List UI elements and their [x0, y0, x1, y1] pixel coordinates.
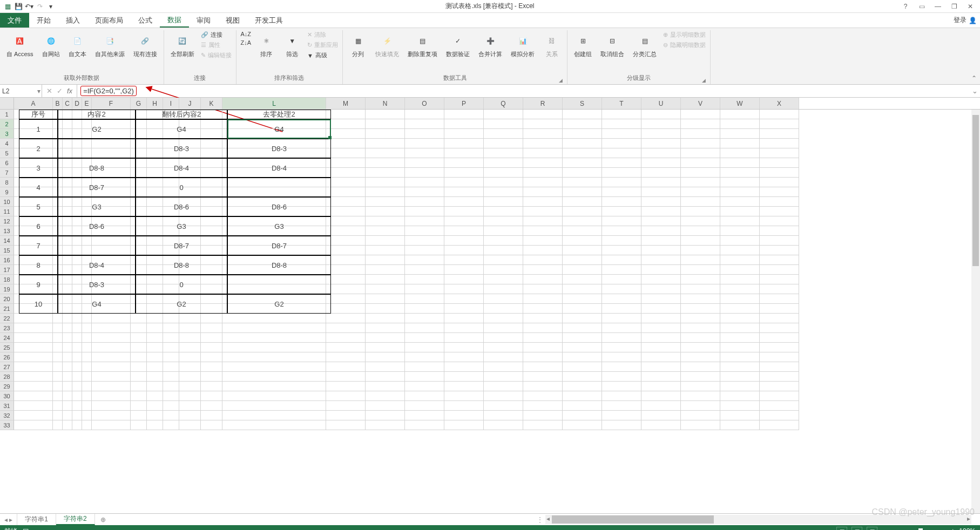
- table-cell[interactable]: D8-3: [227, 139, 331, 158]
- sort-asc-button[interactable]: A↓Z: [240, 30, 253, 38]
- column-header-E[interactable]: E: [82, 98, 92, 109]
- spreadsheet-grid[interactable]: ABCDEFGHIJKLMNOPQRSTUVWX 123456789101112…: [0, 98, 980, 513]
- column-header-O[interactable]: O: [405, 98, 444, 109]
- insert-function-icon[interactable]: fx: [67, 87, 72, 95]
- row-header-6[interactable]: 6: [0, 158, 14, 168]
- row-header-11[interactable]: 11: [0, 207, 14, 216]
- table-cell[interactable]: D8-6: [58, 216, 136, 236]
- help-button[interactable]: ?: [899, 1, 912, 12]
- ungroup-button[interactable]: ⊟取消组合: [597, 30, 627, 60]
- scrollbar-thumb[interactable]: [972, 115, 979, 266]
- sheet-tab-1[interactable]: 字符串1: [17, 514, 56, 525]
- user-icon[interactable]: 👤: [969, 17, 977, 24]
- table-cell[interactable]: [227, 275, 331, 294]
- data-validation-button[interactable]: ✓数据验证: [443, 30, 473, 60]
- tab-scroll-separator[interactable]: ⋮: [537, 514, 541, 525]
- column-header-D[interactable]: D: [72, 98, 82, 109]
- zoom-out-button[interactable]: —: [882, 527, 888, 530]
- dialog-launcher-icon[interactable]: ◢: [559, 78, 563, 83]
- table-cell[interactable]: G4: [136, 119, 227, 139]
- row-header-17[interactable]: 17: [0, 265, 14, 275]
- group-button[interactable]: ⊞创建组: [571, 30, 595, 60]
- table-header[interactable]: 翻转后内容2: [136, 110, 227, 119]
- column-header-B[interactable]: B: [53, 98, 63, 109]
- table-cell[interactable]: [58, 236, 136, 255]
- select-all-corner[interactable]: [0, 98, 14, 109]
- page-layout-view-button[interactable]: ▤: [851, 527, 862, 530]
- from-other-sources-button[interactable]: 📑自其他来源: [92, 30, 128, 60]
- restore-button[interactable]: ❐: [948, 1, 961, 12]
- flash-fill-button[interactable]: ⚡快速填充: [372, 30, 402, 60]
- undo-icon[interactable]: ↶▾: [25, 2, 33, 11]
- table-cell[interactable]: 0: [136, 275, 227, 294]
- dialog-launcher-icon[interactable]: ◢: [702, 78, 706, 83]
- table-header[interactable]: 去零处理2: [227, 110, 331, 119]
- column-header-W[interactable]: W: [720, 98, 760, 109]
- tab-developer[interactable]: 开发工具: [247, 13, 290, 28]
- table-cell[interactable]: G2: [58, 119, 136, 139]
- table-cell[interactable]: G2: [136, 294, 227, 314]
- table-cell[interactable]: 3: [19, 158, 58, 178]
- row-header-22[interactable]: 22: [0, 314, 14, 323]
- table-cell[interactable]: 8: [19, 255, 58, 275]
- table-cell[interactable]: D8-8: [58, 158, 136, 178]
- row-header-15[interactable]: 15: [0, 246, 14, 255]
- table-cell[interactable]: 5: [19, 197, 58, 216]
- row-header-8[interactable]: 8: [0, 178, 14, 187]
- tab-review[interactable]: 审阅: [189, 13, 218, 28]
- row-header-14[interactable]: 14: [0, 236, 14, 246]
- row-header-20[interactable]: 20: [0, 294, 14, 304]
- row-header-30[interactable]: 30: [0, 391, 14, 401]
- table-cell[interactable]: D8-7: [227, 236, 331, 255]
- column-header-Q[interactable]: Q: [484, 98, 523, 109]
- zoom-level[interactable]: 100%: [959, 527, 976, 530]
- cancel-formula-icon[interactable]: ✕: [46, 87, 52, 95]
- expand-formula-bar-icon[interactable]: ⌄: [972, 87, 978, 95]
- row-header-10[interactable]: 10: [0, 197, 14, 207]
- row-header-4[interactable]: 4: [0, 139, 14, 148]
- row-header-24[interactable]: 24: [0, 333, 14, 343]
- text-to-columns-button[interactable]: ▦分列: [346, 30, 370, 60]
- table-cell[interactable]: 0: [136, 178, 227, 197]
- row-header-3[interactable]: 3: [0, 129, 14, 139]
- column-header-V[interactable]: V: [681, 98, 720, 109]
- sheet-nav-buttons[interactable]: ◂ ▸: [0, 514, 17, 525]
- row-header-29[interactable]: 29: [0, 382, 14, 391]
- row-header-12[interactable]: 12: [0, 216, 14, 226]
- from-text-button[interactable]: 📄自文本: [65, 30, 90, 60]
- tab-formulas[interactable]: 公式: [131, 13, 160, 28]
- row-header-2[interactable]: 2: [0, 119, 14, 129]
- column-header-H[interactable]: H: [147, 98, 163, 109]
- consolidate-button[interactable]: ➕合并计算: [475, 30, 505, 60]
- table-cell[interactable]: D8-4: [227, 158, 331, 178]
- what-if-button[interactable]: 📊模拟分析: [508, 30, 538, 60]
- column-header-M[interactable]: M: [326, 98, 366, 109]
- table-header[interactable]: 序号: [19, 110, 58, 119]
- row-header-16[interactable]: 16: [0, 255, 14, 265]
- table-cell[interactable]: D8-4: [58, 255, 136, 275]
- row-header-26[interactable]: 26: [0, 352, 14, 362]
- column-header-P[interactable]: P: [444, 98, 484, 109]
- row-header-21[interactable]: 21: [0, 304, 14, 314]
- table-cell[interactable]: D8-6: [227, 197, 331, 216]
- table-cell[interactable]: D8-8: [136, 255, 227, 275]
- table-cell[interactable]: 6: [19, 216, 58, 236]
- table-cell[interactable]: G4: [58, 294, 136, 314]
- relationships-button[interactable]: ⛓关系: [540, 30, 564, 60]
- macro-record-icon[interactable]: ▣: [23, 527, 29, 530]
- subtotal-button[interactable]: ▤分类汇总: [630, 30, 660, 60]
- add-sheet-button[interactable]: ⊕: [95, 514, 111, 525]
- table-cell[interactable]: D8-3: [136, 139, 227, 158]
- table-cell[interactable]: 7: [19, 236, 58, 255]
- row-header-19[interactable]: 19: [0, 284, 14, 294]
- sort-desc-button[interactable]: Z↓A: [240, 39, 253, 46]
- column-header-R[interactable]: R: [523, 98, 563, 109]
- row-header-23[interactable]: 23: [0, 323, 14, 333]
- table-cell[interactable]: D8-8: [227, 255, 331, 275]
- customize-qat-icon[interactable]: ▾: [46, 2, 55, 11]
- table-cell[interactable]: 10: [19, 294, 58, 314]
- sort-button[interactable]: ⚛排序: [254, 30, 278, 60]
- normal-view-button[interactable]: ▦: [836, 527, 847, 530]
- connections-button[interactable]: 🔗连接: [200, 30, 233, 39]
- scroll-left-icon[interactable]: ◂: [546, 515, 550, 522]
